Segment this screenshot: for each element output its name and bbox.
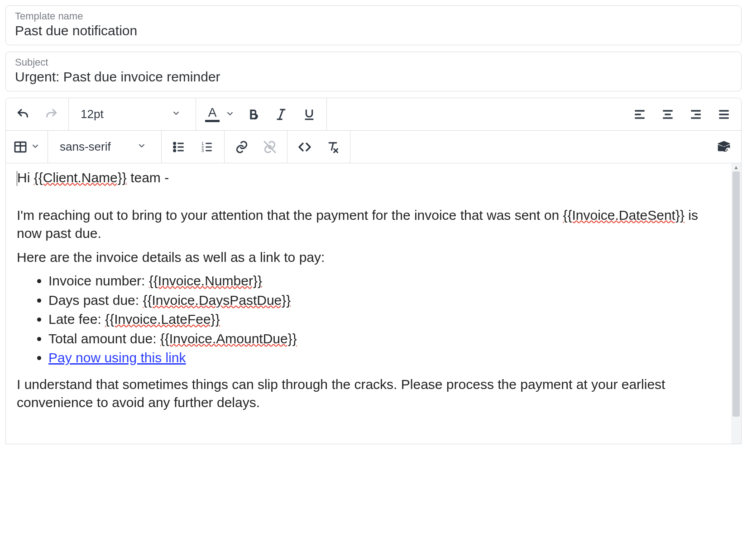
body-closing[interactable]: I understand that sometimes things can s… — [17, 375, 720, 412]
merge-tag-client-name: {{Client.Name}} — [34, 170, 127, 185]
underline-button[interactable] — [297, 102, 322, 127]
list-item[interactable]: Pay now using this link — [48, 349, 720, 367]
pay-now-link[interactable]: Pay now using this link — [48, 350, 186, 365]
template-name-input[interactable] — [15, 23, 732, 38]
template-name-label: Template name — [15, 10, 732, 22]
subject-label: Subject — [15, 57, 732, 68]
table-button[interactable] — [10, 134, 43, 160]
subject-input[interactable] — [15, 69, 732, 85]
insert-link-button[interactable] — [229, 134, 254, 160]
numbered-list-button[interactable]: 123 — [194, 134, 220, 160]
chevron-down-icon — [171, 107, 181, 121]
bullet-list-button[interactable] — [166, 134, 192, 160]
merge-tag-invoice-datesent: {{Invoice.DateSent}} — [563, 208, 685, 223]
editor-content[interactable]: Hi {{Client.Name}} team - I'm reaching o… — [6, 163, 731, 444]
svg-point-19 — [174, 142, 176, 144]
toolbar-row-2: sans-serif 123 — [6, 131, 741, 163]
table-icon — [13, 140, 28, 154]
list-item[interactable]: Days past due: {{Invoice.DaysPastDue}} — [48, 291, 720, 310]
chevron-down-icon — [30, 141, 40, 152]
list-item[interactable]: Late fee: {{Invoice.LateFee}} — [48, 310, 720, 329]
italic-button[interactable] — [268, 102, 294, 127]
list-item[interactable]: Invoice number: {{Invoice.Number}} — [48, 272, 720, 290]
undo-button[interactable] — [10, 102, 36, 127]
align-right-button[interactable] — [683, 102, 709, 127]
merge-tag-invoice-amountdue: {{Invoice.AmountDue}} — [160, 331, 297, 346]
toolbar-row-1: 12pt A — [6, 98, 741, 131]
chevron-down-icon — [225, 109, 235, 120]
svg-point-21 — [174, 150, 176, 152]
list-item[interactable]: Total amount due: {{Invoice.AmountDue}} — [48, 330, 720, 348]
redo-button[interactable] — [38, 102, 64, 127]
text-color-button[interactable]: A — [201, 102, 238, 127]
align-left-button[interactable] — [627, 102, 652, 127]
remove-link-button[interactable] — [257, 134, 283, 160]
source-code-button[interactable] — [292, 134, 317, 160]
font-size-value: 12pt — [81, 107, 104, 121]
merge-tag-invoice-dayspastdue: {{Invoice.DaysPastDue}} — [143, 293, 291, 308]
svg-point-20 — [174, 146, 176, 148]
svg-line-2 — [279, 109, 283, 119]
body-intro[interactable]: I'm reaching out to bring to your attent… — [17, 206, 720, 243]
subject-field[interactable]: Subject — [5, 52, 742, 91]
body-greeting[interactable]: Hi {{Client.Name}} team - — [17, 169, 720, 187]
attachment-button[interactable] — [711, 134, 737, 160]
merge-tag-invoice-latefee: {{Invoice.LateFee}} — [105, 312, 220, 327]
merge-tag-invoice-number: {{Invoice.Number}} — [149, 273, 262, 288]
rich-text-editor: 12pt A — [5, 98, 742, 444]
align-center-button[interactable] — [655, 102, 680, 127]
align-justify-button[interactable] — [711, 102, 737, 127]
text-color-icon: A — [203, 106, 221, 122]
font-family-value: sans-serif — [60, 140, 111, 154]
chevron-down-icon — [137, 140, 147, 154]
bold-button[interactable] — [240, 102, 266, 127]
body-details-header[interactable]: Here are the invoice details as well as … — [17, 248, 720, 267]
body-details-list[interactable]: Invoice number: {{Invoice.Number}} Days … — [17, 272, 720, 367]
scrollbar-thumb[interactable] — [733, 171, 740, 417]
font-family-select[interactable]: sans-serif — [53, 134, 157, 160]
vertical-scrollbar[interactable]: ▲ — [731, 163, 741, 444]
template-name-field[interactable]: Template name — [5, 5, 742, 45]
clear-formatting-button[interactable] — [320, 134, 345, 160]
font-size-select[interactable]: 12pt — [73, 102, 191, 127]
svg-text:3: 3 — [201, 148, 204, 152]
scroll-up-arrow-icon[interactable]: ▲ — [731, 163, 741, 171]
